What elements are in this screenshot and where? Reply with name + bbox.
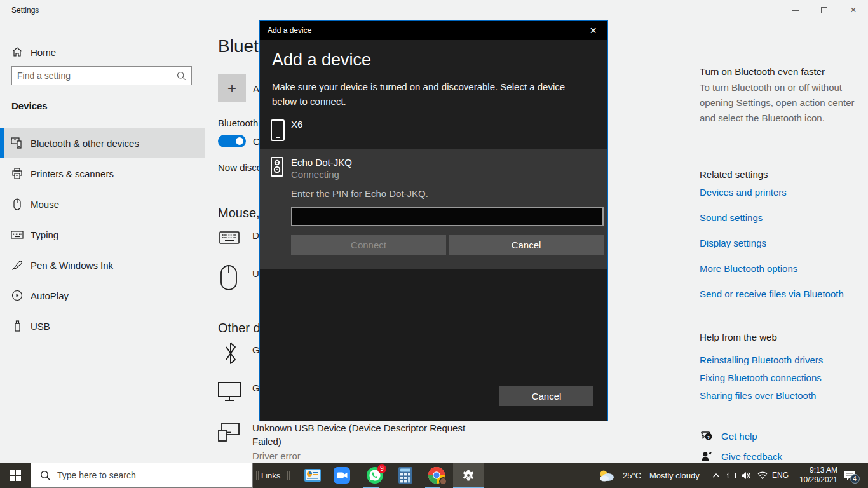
help-from-web-title: Help from the web [700, 332, 777, 342]
tray-wifi-icon[interactable] [755, 463, 770, 488]
device-name: X6 [291, 119, 302, 130]
keyboard-icon [11, 228, 24, 241]
connect-button[interactable]: Connect [291, 235, 446, 255]
dialog-cancel-button[interactable]: Cancel [499, 386, 593, 406]
whatsapp-badge: 9 [377, 464, 386, 473]
phone-icon [271, 119, 285, 141]
toolbar-grip[interactable] [287, 471, 290, 480]
sidebar-item-usb[interactable]: USB [0, 311, 205, 341]
link-more-bluetooth-options[interactable]: More Bluetooth options [700, 263, 797, 274]
taskbar-search-box [31, 463, 253, 488]
taskbar-app-whatsapp[interactable]: 9 [362, 463, 388, 488]
action-center-icon[interactable]: 4 [840, 463, 859, 488]
bluetooth-toggle-label: Bluetooth [218, 118, 258, 128]
pen-icon [11, 259, 24, 271]
sidebar-item-pen[interactable]: Pen & Windows Ink [0, 250, 205, 280]
close-button[interactable]: × [839, 0, 868, 20]
weather-icon[interactable] [596, 463, 618, 488]
tray-volume-icon[interactable] [739, 463, 754, 488]
tray-clock[interactable]: 9:13 AM 10/29/2021 [794, 466, 837, 485]
taskbar-app-calculator[interactable] [393, 463, 418, 488]
tip-body: To turn Bluetooth on or off without open… [700, 80, 855, 126]
taskbar-app-zoom[interactable] [329, 463, 355, 488]
settings-window: Settings × Home Devices Bluetooth & othe [0, 0, 868, 488]
sidebar-item-bluetooth[interactable]: Bluetooth & other devices [0, 128, 205, 158]
sidebar-item-label: AutoPlay [31, 290, 69, 301]
link-display-settings[interactable]: Display settings [700, 238, 766, 248]
give-feedback-label: Give feedback [721, 451, 782, 462]
chrome-profile-avatar [439, 477, 447, 485]
minimize-button[interactable] [780, 0, 810, 20]
related-settings-title: Related settings [700, 169, 768, 180]
dialog-close-button[interactable]: ✕ [579, 21, 607, 40]
zoom-app-icon [334, 467, 350, 484]
autoplay-icon [11, 289, 24, 302]
mouse-icon [11, 198, 24, 210]
bluetooth-toggle[interactable] [218, 135, 246, 147]
get-help-label: Get help [721, 431, 757, 442]
tray-language[interactable]: ENG [772, 463, 789, 488]
close-icon: × [850, 5, 856, 15]
taskbar-search-input[interactable] [51, 470, 252, 480]
cancel-pairing-button[interactable]: Cancel [449, 235, 604, 255]
link-sharing-files[interactable]: Sharing files over Bluetooth [700, 390, 816, 401]
device-name: Echo Dot-JKQ [291, 157, 352, 168]
dialog-titlebar-text: Add a device [268, 26, 311, 35]
link-devices-and-printers[interactable]: Devices and printers [700, 187, 787, 198]
tip-title: Turn on Bluetooth even faster [700, 66, 825, 77]
unknown-usb-icon [218, 423, 240, 442]
restore-button[interactable] [810, 0, 839, 20]
sidebar-item-typing[interactable]: Typing [0, 219, 205, 250]
right-panel: Turn on Bluetooth even faster To turn Bl… [700, 20, 858, 463]
device-item-x6[interactable]: X6 [260, 114, 607, 147]
add-device-dialog: Add a device ✕ Add a device Make sure yo… [259, 20, 608, 421]
taskbar-app-chrome[interactable] [424, 463, 449, 488]
link-reinstalling-drivers[interactable]: Reinstalling Bluetooth drivers [700, 355, 823, 365]
link-send-receive-files[interactable]: Send or receive files via Bluetooth [700, 288, 844, 299]
tray-weather-condition[interactable]: Mostly cloudy [649, 463, 700, 488]
speaker-icon [271, 157, 283, 177]
sidebar-item-label: USB [31, 321, 50, 332]
links-toolbar[interactable]: Links [261, 471, 280, 480]
device-status: Connecting [291, 169, 339, 180]
device-item-echo-dot[interactable]: Echo Dot-JKQ Connecting Enter the PIN fo… [260, 149, 607, 269]
link-fixing-connections[interactable]: Fixing Bluetooth connections [700, 372, 822, 383]
settings-search-input[interactable] [12, 71, 177, 81]
link-sound-settings[interactable]: Sound settings [700, 212, 763, 223]
monitor-device-icon [218, 381, 241, 402]
sidebar-item-label: Home [31, 47, 56, 58]
notification-badge: 4 [850, 474, 860, 484]
toggle-knob [236, 137, 243, 145]
mouse-device-icon [220, 265, 237, 290]
printer-icon [11, 167, 24, 180]
sidebar-item-label: Typing [31, 229, 58, 240]
plus-icon: + [227, 81, 236, 96]
start-button[interactable] [0, 463, 31, 488]
window-titlebar: Settings × [0, 0, 868, 20]
tray-chevron-up-icon[interactable] [709, 463, 723, 488]
sidebar-item-printers[interactable]: Printers & scanners [0, 158, 205, 189]
minimize-icon [792, 10, 799, 11]
unknown-usb-device[interactable]: Unknown USB Device (Device Descriptor Re… [252, 421, 491, 463]
sidebar-item-autoplay[interactable]: AutoPlay [0, 280, 205, 311]
windows-logo-icon [10, 470, 21, 481]
dialog-description: Make sure your device is turned on and d… [272, 79, 590, 109]
toolbar-grip[interactable] [256, 471, 259, 480]
sidebar-item-home[interactable]: Home [0, 37, 205, 67]
window-title: Settings [11, 6, 39, 15]
unknown-usb-name: Unknown USB Device (Device Descriptor Re… [252, 423, 465, 447]
calculator-icon [398, 467, 412, 484]
pin-input[interactable] [291, 207, 604, 226]
tray-time: 9:13 AM [794, 466, 837, 475]
dialog-titlebar: Add a device ✕ [260, 21, 607, 40]
add-device-button[interactable]: + [218, 74, 246, 102]
tray-display-icon[interactable] [724, 463, 738, 488]
sidebar-item-mouse[interactable]: Mouse [0, 189, 205, 219]
tray-date: 10/29/2021 [794, 475, 837, 485]
taskbar-app-settings[interactable] [453, 463, 484, 488]
settings-search-box [11, 66, 192, 85]
get-help-link[interactable]: ? Get help [701, 431, 757, 442]
give-feedback-link[interactable]: Give feedback [701, 451, 782, 462]
tray-temperature[interactable]: 25°C [623, 463, 641, 488]
taskbar-app-presentation[interactable] [300, 463, 325, 488]
